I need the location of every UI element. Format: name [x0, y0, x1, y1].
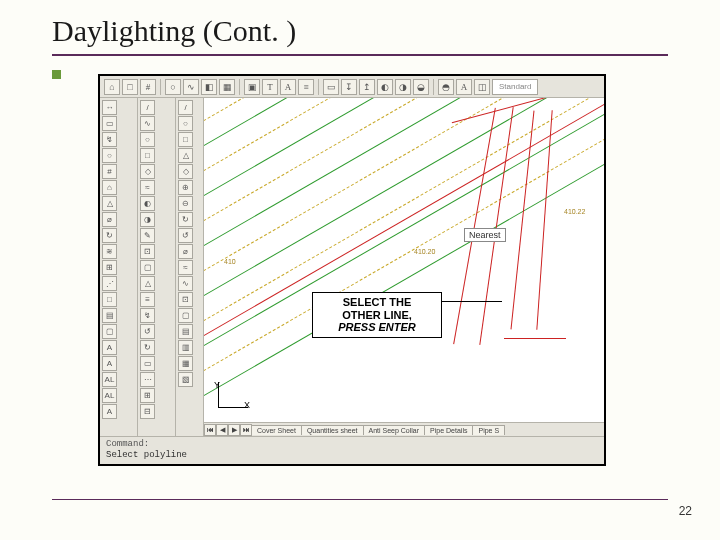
command-value: Select polyline [106, 450, 598, 461]
toolbar-button[interactable]: ≡ [298, 79, 314, 95]
contour-lines [204, 98, 604, 422]
osnap-tooltip: Nearest [464, 228, 506, 242]
tool-button[interactable]: ✎ [140, 228, 155, 243]
tool-button[interactable]: ▤ [178, 324, 193, 339]
toolbar-button[interactable]: ◑ [395, 79, 411, 95]
drawing-canvas[interactable]: 410 410.20 410.22 Nearest SELECT THE OTH… [204, 98, 604, 422]
tool-button[interactable]: ⌂ [102, 180, 117, 195]
toolbar-button[interactable]: ▭ [323, 79, 339, 95]
toolbar-button[interactable]: ◐ [377, 79, 393, 95]
tool-button[interactable]: ⊡ [178, 292, 193, 307]
callout-line1: SELECT THE [315, 296, 439, 309]
toolbar-button[interactable]: ↥ [359, 79, 375, 95]
tool-button[interactable]: ◇ [140, 164, 155, 179]
callout-line2: OTHER LINE, [315, 309, 439, 322]
page-number: 22 [679, 504, 692, 518]
tab-nav-prev[interactable]: ◀ [216, 424, 228, 436]
tool-button[interactable]: △ [178, 148, 193, 163]
tool-button[interactable]: □ [178, 132, 193, 147]
toolbar-button[interactable]: □ [122, 79, 138, 95]
tool-button[interactable]: □ [102, 292, 117, 307]
tool-button[interactable]: ⊞ [140, 388, 155, 403]
tool-button[interactable]: ⊕ [178, 180, 193, 195]
tool-button[interactable]: ◑ [140, 212, 155, 227]
toolbar-button[interactable]: ∿ [183, 79, 199, 95]
toolbar-button[interactable]: T [262, 79, 278, 95]
tool-button[interactable]: AL [102, 372, 117, 387]
tool-button[interactable]: □ [140, 148, 155, 163]
tool-button[interactable]: ⋰ [102, 276, 117, 291]
layout-tab[interactable]: Pipe S [472, 425, 505, 435]
tool-button[interactable]: ⊡ [140, 244, 155, 259]
tool-button[interactable]: ⌀ [178, 244, 193, 259]
toolbar-button[interactable]: ◓ [438, 79, 454, 95]
toolbar-separator [433, 79, 434, 95]
tool-button[interactable]: ≋ [102, 244, 117, 259]
tool-button[interactable]: ▥ [178, 340, 193, 355]
tool-button[interactable]: ▧ [178, 372, 193, 387]
layout-tab[interactable]: Quantities sheet [301, 425, 364, 435]
tool-button[interactable]: ▢ [140, 260, 155, 275]
tool-button[interactable]: ↯ [140, 308, 155, 323]
tool-button[interactable]: ▭ [102, 116, 117, 131]
callout-line3: PRESS ENTER [315, 321, 439, 334]
toolbar-button[interactable]: A [456, 79, 472, 95]
tool-button[interactable]: ▭ [140, 356, 155, 371]
tool-button[interactable]: ↻ [102, 228, 117, 243]
tool-button[interactable]: ▢ [178, 308, 193, 323]
tool-button[interactable]: # [102, 164, 117, 179]
toolbar-button[interactable]: ○ [165, 79, 181, 95]
tool-button[interactable]: ↺ [178, 228, 193, 243]
toolbar-button[interactable]: A [280, 79, 296, 95]
elevation-label: 410.22 [564, 208, 585, 215]
layout-tab[interactable]: Anti Seep Collar [363, 425, 426, 435]
tool-button[interactable]: A [102, 340, 117, 355]
tool-button[interactable]: △ [140, 276, 155, 291]
elevation-label: 410.20 [414, 248, 435, 255]
toolbar-button[interactable]: ◫ [474, 79, 490, 95]
toolbar-button[interactable]: ▦ [219, 79, 235, 95]
tool-button[interactable]: ⌀ [102, 212, 117, 227]
layout-tab[interactable]: Cover Sheet [251, 425, 302, 435]
tool-button[interactable]: ○ [140, 132, 155, 147]
tool-button[interactable]: ◐ [140, 196, 155, 211]
tab-nav-first[interactable]: ⏮ [204, 424, 216, 436]
tool-button[interactable]: ≈ [178, 260, 193, 275]
tool-button[interactable]: ≡ [140, 292, 155, 307]
command-bar[interactable]: Command: Select polyline [100, 436, 604, 464]
tool-button[interactable]: ⊖ [178, 196, 193, 211]
tool-button[interactable]: ↔ [102, 100, 117, 115]
toolbar-button[interactable]: # [140, 79, 156, 95]
tool-button[interactable]: ○ [178, 116, 193, 131]
tool-button[interactable]: ⋯ [140, 372, 155, 387]
tool-button[interactable]: ↺ [140, 324, 155, 339]
tool-button[interactable]: ↯ [102, 132, 117, 147]
tool-button[interactable]: ↻ [178, 212, 193, 227]
tool-button[interactable]: ∿ [178, 276, 193, 291]
tool-button[interactable]: ▦ [178, 356, 193, 371]
tool-button[interactable]: ⊞ [102, 260, 117, 275]
tool-button[interactable]: ○ [102, 148, 117, 163]
tool-button[interactable]: A [102, 404, 117, 419]
tool-button[interactable]: ⊟ [140, 404, 155, 419]
toolbar-button[interactable]: ▣ [244, 79, 260, 95]
toolbar-button[interactable]: ◧ [201, 79, 217, 95]
tool-button[interactable]: ▤ [102, 308, 117, 323]
layout-tab[interactable]: Pipe Details [424, 425, 473, 435]
toolbar-button[interactable]: ↧ [341, 79, 357, 95]
tool-button[interactable]: ↻ [140, 340, 155, 355]
tool-button[interactable]: ▢ [102, 324, 117, 339]
tool-button[interactable]: AL [102, 388, 117, 403]
tool-button[interactable]: ◇ [178, 164, 193, 179]
tool-button[interactable]: A [102, 356, 117, 371]
tool-button[interactable]: ∿ [140, 116, 155, 131]
tool-button[interactable]: ≈ [140, 180, 155, 195]
toolbar-button[interactable]: ⌂ [104, 79, 120, 95]
elevation-label: 410 [224, 258, 236, 265]
tool-button[interactable]: / [178, 100, 193, 115]
tool-button[interactable]: / [140, 100, 155, 115]
tool-button[interactable]: △ [102, 196, 117, 211]
tab-nav-next[interactable]: ▶ [228, 424, 240, 436]
toolbar-button[interactable]: ◒ [413, 79, 429, 95]
style-selector[interactable]: Standard [492, 79, 538, 95]
